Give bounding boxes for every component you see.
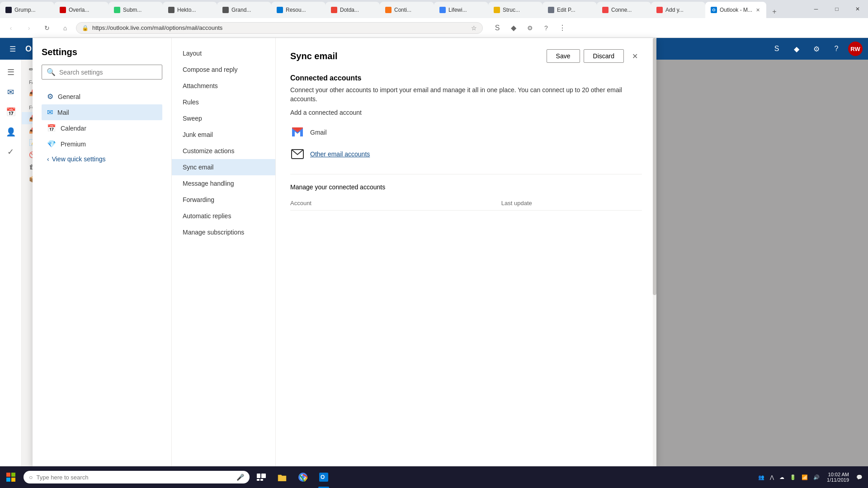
content-actions: Save Discard — [547, 49, 624, 63]
svg-rect-6 — [261, 474, 266, 478]
system-time[interactable]: 10:02 AM 1/11/2019 — [823, 470, 853, 484]
tab-label-resou: Resou... — [286, 7, 320, 13]
svg-text:O: O — [321, 474, 325, 480]
tab-resou[interactable]: Resou... — [271, 2, 326, 18]
settings-item-attachments[interactable]: Attachments — [172, 78, 275, 94]
notification-icon[interactable]: 💬 — [854, 474, 864, 481]
tab-favicon-lifewi — [439, 7, 446, 13]
content-scrollbar[interactable] — [653, 38, 656, 466]
settings-nav-mail[interactable]: ✉ Mail — [42, 104, 162, 120]
other-email-label[interactable]: Other email accounts — [310, 150, 370, 158]
minimize-button[interactable]: ─ — [806, 0, 826, 18]
gmail-option[interactable]: Gmail — [290, 122, 642, 143]
maximize-button[interactable]: □ — [826, 0, 847, 18]
settings-nav-general[interactable]: ⚙ General — [42, 89, 162, 104]
nav-people-icon[interactable]: 👤 — [2, 123, 20, 141]
gem-header-icon[interactable]: ◆ — [788, 41, 805, 57]
close-window-button[interactable]: ✕ — [847, 0, 868, 18]
settings-item-message[interactable]: Message handling — [172, 175, 275, 192]
nav-tasks-icon[interactable]: ✓ — [2, 143, 20, 161]
tray-up-arrow[interactable]: ⋀ — [768, 474, 776, 481]
settings-header-icon[interactable]: ⚙ — [808, 41, 825, 57]
microphone-icon[interactable]: 🎤 — [236, 474, 244, 481]
settings-item-autoreplies[interactable]: Automatic replies — [172, 208, 275, 224]
settings-item-subscriptions[interactable]: Manage subscriptions — [172, 224, 275, 240]
skype-icon[interactable]: S — [490, 21, 505, 35]
tray-wifi-icon[interactable]: 📶 — [800, 474, 810, 481]
star-icon[interactable]: ☆ — [471, 24, 477, 32]
file-explorer-icon[interactable] — [272, 466, 292, 488]
tray-people-icon[interactable]: 👥 — [756, 474, 766, 481]
tab-label-dotda: Dotda... — [340, 7, 374, 13]
taskbar-icons: O — [251, 466, 334, 488]
tab-lifewi[interactable]: Lifewi... — [434, 2, 488, 18]
start-button[interactable] — [0, 466, 22, 488]
nav-mail-icon[interactable]: ✉ — [2, 83, 20, 101]
settings-search[interactable]: 🔍 — [42, 65, 162, 80]
settings-item-sweep[interactable]: Sweep — [172, 110, 275, 127]
help-icon[interactable]: ? — [539, 21, 553, 35]
back-button[interactable]: ‹ — [4, 21, 18, 35]
tab-dotda[interactable]: Dotda... — [326, 2, 380, 18]
tab-favicon-dotda — [331, 7, 337, 13]
skype-header-icon[interactable]: S — [769, 41, 785, 57]
tray-volume-icon[interactable]: 🔊 — [811, 474, 821, 481]
help-header-icon[interactable]: ? — [828, 41, 844, 57]
scrollbar-thumb[interactable] — [653, 38, 656, 295]
extensions-icon[interactable]: ⋮ — [555, 21, 570, 35]
chrome-icon[interactable] — [293, 466, 313, 488]
tab-label-editp: Edit P... — [557, 7, 591, 13]
taskbar-search[interactable]: ○ 🎤 — [24, 471, 250, 483]
view-quick-settings-link[interactable]: ‹ View quick settings — [42, 152, 162, 166]
settings-item-compose[interactable]: Compose and reply — [172, 61, 275, 78]
address-bar[interactable]: 🔒 https://outlook.live.com/mail/options/… — [76, 22, 483, 34]
refresh-button[interactable]: ↻ — [40, 21, 54, 35]
settings-item-rules[interactable]: Rules — [172, 94, 275, 110]
settings-search-input[interactable] — [59, 69, 157, 76]
tab-conne[interactable]: Conne... — [597, 2, 651, 18]
settings-item-sync[interactable]: Sync email — [172, 159, 275, 175]
tab-overlay[interactable]: Overla... — [54, 2, 108, 18]
gem-icon[interactable]: ◆ — [506, 21, 521, 35]
nav-expand-icon[interactable]: ☰ — [2, 63, 20, 81]
chevron-left-icon: ‹ — [47, 155, 49, 163]
tab-conti[interactable]: Conti... — [380, 2, 434, 18]
settings-item-junk[interactable]: Junk email — [172, 127, 275, 143]
tab-close-outlook[interactable]: ✕ — [755, 6, 761, 14]
tab-favicon-conne — [602, 7, 609, 13]
tray-battery-icon[interactable]: 🔋 — [788, 474, 798, 481]
connected-accounts-title: Connected accounts — [290, 74, 642, 82]
taskbar-search-input[interactable] — [36, 474, 233, 481]
tab-editp[interactable]: Edit P... — [542, 2, 597, 18]
tab-subm[interactable]: Subm... — [108, 2, 163, 18]
settings-item-forwarding[interactable]: Forwarding — [172, 192, 275, 208]
tab-grumpy[interactable]: Grump... — [0, 2, 54, 18]
settings-nav-premium[interactable]: 💎 Premium — [42, 136, 162, 152]
view-quick-settings-label: View quick settings — [52, 155, 106, 163]
tab-hekto[interactable]: Hekto... — [163, 2, 217, 18]
nav-calendar-icon[interactable]: 📅 — [2, 103, 20, 121]
settings-item-layout[interactable]: Layout — [172, 45, 275, 61]
settings-icon[interactable]: ⚙ — [523, 21, 537, 35]
tab-outlook[interactable]: O Outlook - M... ✕ — [705, 2, 766, 18]
close-settings-button[interactable]: ✕ — [627, 49, 642, 63]
forward-button[interactable]: › — [22, 21, 36, 35]
tab-struc[interactable]: Struc... — [488, 2, 542, 18]
hamburger-menu[interactable]: ☰ — [5, 42, 20, 56]
user-avatar[interactable]: RW — [848, 42, 863, 56]
other-email-option[interactable]: Other email accounts — [290, 143, 642, 165]
tab-grand[interactable]: Grand... — [217, 2, 271, 18]
new-tab-button[interactable]: + — [768, 5, 781, 18]
outlook-taskbar-icon[interactable]: O — [314, 466, 334, 488]
tab-label-conti: Conti... — [394, 7, 429, 13]
save-button[interactable]: Save — [547, 49, 580, 63]
home-button[interactable]: ⌂ — [58, 21, 72, 35]
tab-addy[interactable]: Add y... — [651, 2, 705, 18]
settings-nav-calendar[interactable]: 📅 Calendar — [42, 120, 162, 136]
task-view-icon[interactable] — [251, 466, 271, 488]
settings-item-customize[interactable]: Customize actions — [172, 143, 275, 159]
tab-favicon-subm — [114, 7, 120, 13]
tray-cloud-icon[interactable]: ☁ — [778, 474, 786, 481]
discard-button[interactable]: Discard — [584, 49, 624, 63]
add-account-label: Add a connected account — [290, 109, 642, 116]
